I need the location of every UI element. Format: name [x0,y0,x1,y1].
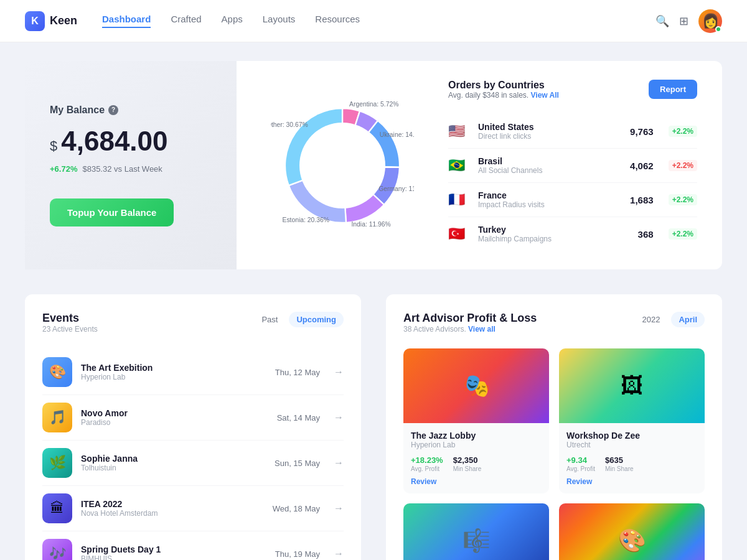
navbar: K Keen Dashboard Crafted Apps Layouts Re… [0,0,747,42]
country-num: 4,062 [622,161,654,171]
art-image: 🎭 [403,348,549,423]
donut-svg: Argentina: 5.72%Ukraine: 14.85%Germany: … [271,94,414,237]
country-flag: 🇹🇷 [448,226,471,242]
nav-crafted[interactable]: Crafted [171,14,201,28]
art-review-link[interactable]: Review [411,477,542,486]
country-flag: 🇫🇷 [448,192,471,208]
art-item: 🎼 Composers Festival Amsterdam RAI -2.05… [403,503,549,560]
art-review-link[interactable]: Review [566,477,697,486]
avg-text: Avg. daily $348 in sales. View All [448,91,559,100]
art-item-name: The Jazz Lobby [411,431,542,441]
art-sub: 38 Active Advisors. View all [403,325,537,334]
art-profit: +9.34 Avg. Profit [566,454,595,472]
event-date: Thu, 19 May [264,549,320,559]
art-view-all[interactable]: View all [468,325,496,334]
art-profit-label: Avg. Profit [411,465,443,472]
art-sub-text: 38 Active Advisors. [403,325,466,334]
event-thumbnail: 🎶 [42,539,72,560]
event-date: Thu, 12 May [264,368,320,377]
art-item-venue: Hyperion Lab [411,441,542,449]
event-row: 🏛 ITEA 2022 Nova Hotel Amsterdam Wed, 18… [42,486,344,531]
balance-number: 4,684.00 [61,126,167,157]
donut-chart-area: Argentina: 5.72%Ukraine: 14.85%Germany: … [261,80,423,251]
art-item: 🎭 The Jazz Lobby Hyperion Lab +18.23% Av… [403,348,549,493]
grid-icon[interactable]: ⊞ [679,14,688,28]
country-row: 🇫🇷 France Impact Radius visits 1,683 +2.… [448,183,697,217]
balance-help-icon[interactable]: ? [108,105,118,115]
event-arrow-icon[interactable]: → [334,548,344,559]
art-profit-label: Avg. Profit [566,465,595,472]
events-header: Events 23 Active Events Past Upcoming [42,312,344,346]
art-title-group: Art Advisor Profit & Loss 38 Active Advi… [403,312,537,346]
country-flag: 🇺🇸 [448,123,471,139]
art-profit-val: +18.23% [411,455,443,465]
event-date: Sat, 14 May [264,413,320,422]
topup-button[interactable]: Topup Your Balance [50,198,174,226]
donut-label-6: Other: 30.67% [271,121,308,128]
nav-layouts[interactable]: Layouts [263,14,296,28]
event-arrow-icon[interactable]: → [334,412,344,423]
country-sub: Direct link clicks [478,132,615,141]
month-btn[interactable]: April [671,312,705,327]
filter-past[interactable]: Past [254,312,285,327]
art-share-val: $2,350 [453,455,478,465]
filter-upcoming[interactable]: Upcoming [289,312,344,327]
art-share-val: $635 [605,455,623,465]
event-venue: Tolhuistuin [81,464,255,472]
event-thumbnail: 🎵 [42,403,72,432]
event-row: 🎵 Novo Amor Paradiso Sat, 14 May → [42,395,344,441]
countries-title-group: Orders by Countries Avg. daily $348 in s… [448,80,559,112]
event-date: Sun, 15 May [264,459,320,468]
avatar[interactable]: 👩 [698,9,722,33]
event-arrow-icon[interactable]: → [334,366,344,378]
nav-resources[interactable]: Resources [315,14,360,28]
logo[interactable]: K Keen [25,11,77,31]
event-arrow-icon[interactable]: → [334,503,344,514]
event-info: Sophie Janna Tolhuistuin [81,454,255,472]
search-icon[interactable]: 🔍 [655,14,669,28]
event-name: Novo Amor [81,408,255,418]
event-arrow-icon[interactable]: → [334,457,344,469]
view-all-link[interactable]: View All [531,91,559,100]
country-change: +2.2% [669,194,697,205]
event-venue: Nova Hotel Amsterdam [81,509,255,518]
country-rows: 🇺🇸 United States Direct link clicks 9,76… [448,114,697,251]
nav-apps[interactable]: Apps [222,14,243,28]
country-change: +2.2% [669,228,697,240]
donut-label-4: India: 11.96% [351,220,390,227]
event-venue: BIMHUIS [81,554,255,560]
country-change: +2.2% [669,126,697,137]
year-btn[interactable]: 2022 [634,312,667,327]
event-info: ITEA 2022 Nova Hotel Amsterdam [81,499,255,518]
art-item-venue: Utrecht [566,441,697,449]
art-image: 🖼 [559,348,705,423]
event-venue: Hyperion Lab [81,373,255,381]
country-flag: 🇧🇷 [448,157,471,174]
event-name: Sophie Janna [81,454,255,464]
art-share-label: Min Share [605,465,634,472]
art-stats: +18.23% Avg. Profit $2,350 Min Share [411,454,542,472]
art-image: 🎨 [559,503,705,560]
art-header: Art Advisor Profit & Loss 38 Active Advi… [403,312,705,346]
events-title-group: Events 23 Active Events [42,312,98,346]
event-info: Novo Amor Paradiso [81,408,255,427]
events-title: Events [42,312,98,325]
report-button[interactable]: Report [649,80,697,99]
events-sub: 23 Active Events [42,325,98,334]
donut-label-5: Estonia: 20.36% [283,216,329,223]
donut-chart: Argentina: 5.72%Ukraine: 14.85%Germany: … [271,94,414,237]
avg-text-content: Avg. daily $348 in sales. [448,91,529,100]
event-info: The Art Exebition Hyperion Lab [81,363,255,381]
event-venue: Paradiso [81,418,255,427]
art-item: 🎨 Brats - Studio 7 University of Amst.. … [559,503,705,560]
event-row: 🎶 Spring Duets Day 1 BIMHUIS Thu, 19 May… [42,531,344,560]
event-row: 🎨 The Art Exebition Hyperion Lab Thu, 12… [42,350,344,395]
chart-card: Argentina: 5.72%Ukraine: 14.85%Germany: … [237,61,722,269]
country-name: Turkey [478,225,615,235]
nav-dashboard[interactable]: Dashboard [102,14,151,28]
country-sub: Mailchimp Campaigns [478,235,615,243]
year-buttons: 2022 April [634,312,705,327]
art-share: $2,350 Min Share [453,454,482,472]
donut-label-2: Ukraine: 14.85% [380,131,414,138]
art-image: 🎼 [403,503,549,560]
